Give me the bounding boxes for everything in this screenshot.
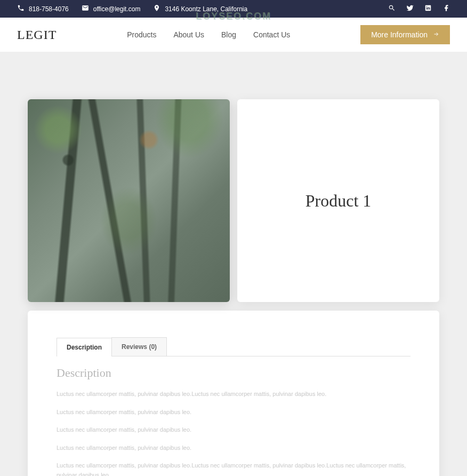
email-item[interactable]: office@legit.com	[82, 4, 141, 13]
watermark: LOYSEO.COM	[196, 11, 271, 22]
more-information-button[interactable]: More Information	[360, 25, 450, 44]
linkedin-icon[interactable]	[424, 4, 432, 13]
tab-description[interactable]: Description	[57, 338, 112, 356]
product-image[interactable]	[28, 99, 230, 302]
nav-link-blog[interactable]: Blog	[221, 30, 236, 39]
nav-menu: Products About Us Blog Contact Us	[127, 30, 290, 39]
facebook-icon[interactable]	[442, 4, 450, 13]
description-heading: Description	[57, 366, 410, 380]
phone-text: 818-758-4076	[29, 5, 69, 13]
twitter-icon[interactable]	[406, 4, 414, 13]
navbar: LEGIT Products About Us Blog Contact Us …	[0, 18, 467, 52]
arrow-right-icon	[433, 30, 439, 39]
search-icon[interactable]	[388, 4, 396, 13]
cta-label: More Information	[371, 30, 428, 39]
description-para: Luctus nec ullamcorper mattis, pulvinar …	[57, 390, 410, 399]
description-para: Luctus nec ullamcorper mattis, pulvinar …	[57, 461, 410, 476]
product-title: Product 1	[305, 191, 372, 211]
map-marker-icon	[153, 4, 160, 13]
description-para: Luctus nec ullamcorper mattis, pulvinar …	[57, 443, 410, 453]
envelope-icon	[82, 4, 89, 13]
content-panel: Description Reviews (0) Description Luct…	[28, 311, 439, 476]
tabs: Description Reviews (0)	[57, 337, 410, 356]
product-info-panel: Product 1	[237, 99, 439, 302]
description-para: Luctus nec ullamcorper mattis, pulvinar …	[57, 408, 410, 417]
description-para: Luctus nec ullamcorper mattis, pulvinar …	[57, 425, 410, 435]
email-text: office@legit.com	[93, 5, 141, 13]
nav-link-products[interactable]: Products	[127, 30, 156, 39]
nav-link-about[interactable]: About Us	[173, 30, 204, 39]
product-row: Product 1	[11, 63, 456, 302]
phone-icon	[17, 4, 25, 13]
topbar-right	[388, 4, 450, 13]
phone-item[interactable]: 818-758-4076	[17, 4, 69, 13]
tab-reviews[interactable]: Reviews (0)	[111, 337, 167, 356]
page-body: Product 1 Description Reviews (0) Descri…	[0, 52, 467, 476]
nav-link-contact[interactable]: Contact Us	[253, 30, 290, 39]
logo[interactable]: LEGIT	[17, 28, 57, 42]
